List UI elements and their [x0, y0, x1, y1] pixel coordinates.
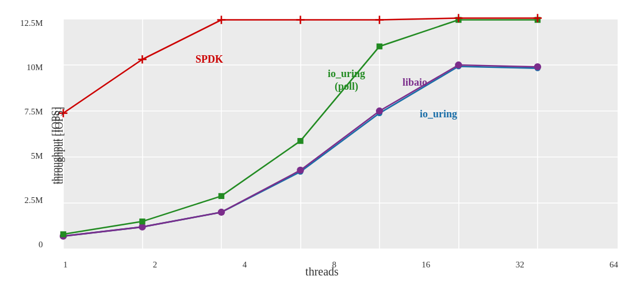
svg-rect-30 — [218, 193, 224, 199]
svg-point-26 — [455, 62, 462, 68]
plot-area: 12.5M 10M 7.5M 5M 2.5M 0 1 2 4 8 16 32 6… — [63, 19, 618, 249]
chart-svg — [63, 19, 618, 249]
svg-rect-28 — [60, 231, 66, 237]
svg-point-24 — [297, 167, 304, 174]
svg-rect-32 — [377, 44, 382, 49]
x-axis-label: threads — [305, 265, 339, 278]
label-libaio: libaio — [402, 76, 427, 89]
label-io-uring-poll: io_uring(poll) — [328, 68, 365, 93]
svg-rect-31 — [297, 138, 303, 144]
chart-wrap: throughput [IOPS] 12.5M 10M 7.5M 5M 2.5M… — [17, 10, 627, 281]
svg-point-25 — [376, 108, 383, 114]
y-axis-ticks: 12.5M 10M 7.5M 5M 2.5M 0 — [20, 19, 43, 249]
chart-container: throughput [IOPS] 12.5M 10M 7.5M 5M 2.5M… — [6, 5, 638, 286]
label-io-uring: io_uring — [420, 108, 457, 120]
label-spdk: SPDK — [195, 53, 223, 66]
y-axis-label: throughput [IOPS] — [53, 107, 66, 185]
x-axis-ticks: 1 2 4 8 16 32 64 — [63, 261, 618, 269]
svg-point-27 — [534, 63, 541, 70]
svg-point-22 — [139, 223, 145, 230]
svg-rect-29 — [139, 219, 145, 224]
svg-point-23 — [218, 209, 225, 216]
